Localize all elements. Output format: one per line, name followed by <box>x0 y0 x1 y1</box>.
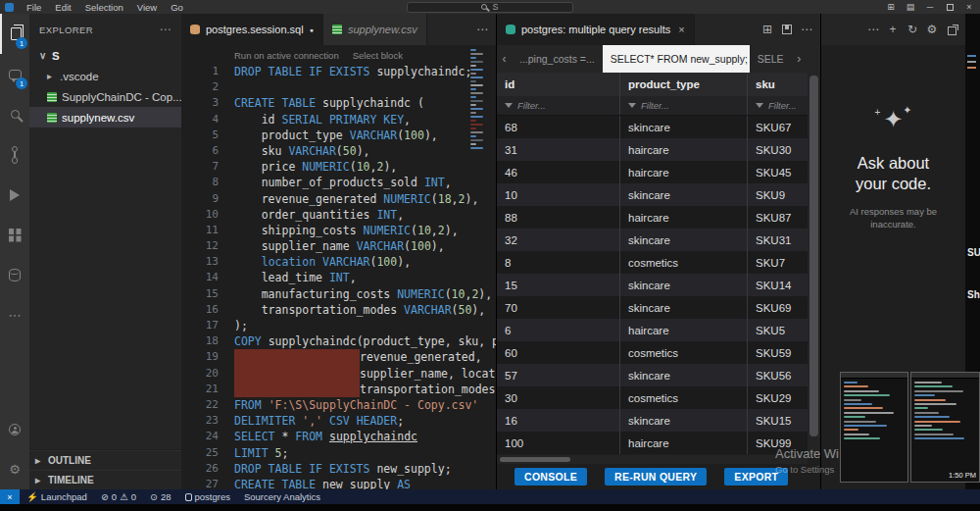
minimize-button[interactable]: ─ <box>921 2 939 12</box>
table-row[interactable]: 30cosmeticsSKU29 <box>497 386 808 409</box>
activity-extensions-icon[interactable] <box>0 215 29 255</box>
table-icon[interactable]: ⊞ <box>758 23 777 36</box>
query-tab-select-from-new-supply-[interactable]: SELECT* FROM new_supply; <box>603 45 750 73</box>
window-thumbnail[interactable] <box>840 372 908 483</box>
code-line-3: 3CREATE TABLE supplychaindc ( <box>185 95 496 111</box>
problems-status[interactable]: ⊘0 ⚠0 <box>94 491 143 502</box>
warning-icon: ⚠ <box>120 491 128 502</box>
select-block-link[interactable]: Select block <box>353 50 403 61</box>
activity-settings-icon[interactable]: ⚙ <box>0 449 29 489</box>
window-thumbnail[interactable]: 1:50 PM <box>910 372 980 483</box>
activity-search-icon[interactable] <box>0 94 29 134</box>
query-tab-sele[interactable]: SELE <box>750 45 792 73</box>
scroll-right-icon[interactable]: › <box>792 45 807 73</box>
sourcery-analytics[interactable]: Sourcery Analytics <box>237 491 327 502</box>
filter-input-id[interactable]: Filter... <box>497 96 620 115</box>
postgres-connection[interactable]: postgres <box>178 491 237 502</box>
code-line-12: 12 supplier_name VARCHAR(100), <box>185 238 496 254</box>
extensions-icon <box>9 229 15 234</box>
explorer-more-icon[interactable]: ⋯ <box>160 23 172 36</box>
query-tab-...ping-costs-...[interactable]: ...ping_costs =... <box>512 45 603 73</box>
tab-postgres.session.sql[interactable]: postgres.session.sql● <box>181 14 323 45</box>
table-row[interactable]: 46haircareSKU45 <box>497 161 808 183</box>
close-icon[interactable]: × <box>678 24 684 35</box>
activity-more-icon[interactable]: ⋯ <box>0 295 29 335</box>
results-buttons: CONSOLERE-RUN QUERYEXPORT <box>497 464 820 489</box>
table-row[interactable]: 31haircareSKU30 <box>497 138 808 161</box>
file-.vscode[interactable]: ▸.vscode <box>29 66 181 86</box>
save-icon[interactable] <box>777 25 797 34</box>
table-row[interactable]: 16skincareSKU15 <box>497 409 808 432</box>
line-number: 25 <box>185 445 219 461</box>
code-line-6: 6 sku VARCHAR(50), <box>185 143 496 159</box>
table-row[interactable]: 70skincareSKU69 <box>497 296 808 319</box>
column-header-product-type[interactable]: product_type <box>620 73 748 96</box>
section-outline[interactable]: ▸OUTLINE <box>29 450 181 470</box>
table-row[interactable]: 88haircareSKU87 <box>497 206 808 229</box>
line-number: 20 <box>185 366 219 382</box>
console-button[interactable]: CONSOLE <box>514 468 587 485</box>
section-timeline[interactable]: ▸TIMELINE <box>29 470 181 489</box>
layout-panel-icon[interactable]: ⊞ <box>882 2 900 12</box>
tree-root[interactable]: ∨S <box>29 45 181 66</box>
code-line-11: 11 shipping_costs NUMERIC(10,2), <box>185 223 496 238</box>
history-icon[interactable]: ↻ <box>903 23 922 36</box>
more-icon[interactable]: ⋯ <box>797 23 816 36</box>
table-row[interactable]: 68skincareSKU67 <box>497 116 808 138</box>
table-body: 68skincareSKU6731haircareSKU3046haircare… <box>497 116 808 454</box>
line-number: 18 <box>185 333 219 349</box>
launchpad-status[interactable]: ⚡ Launchpad <box>20 491 94 502</box>
activity-database-icon[interactable] <box>0 255 29 295</box>
activity-debug-icon[interactable] <box>0 175 29 215</box>
tab-supplynew.csv[interactable]: supplynew.csv <box>323 14 427 45</box>
filter-input-product-type[interactable]: Filter... <box>620 96 748 115</box>
run-on-connection-link[interactable]: Run on active connection <box>234 50 339 61</box>
activity-files-icon[interactable]: 1 <box>0 14 29 54</box>
more-icon[interactable]: ⋯ <box>863 23 883 36</box>
minimap[interactable] <box>470 49 494 151</box>
activity-bar-bottom: ⚙ <box>0 409 29 489</box>
column-header-sku[interactable]: sku <box>748 73 808 96</box>
menu-selection[interactable]: Selection <box>78 2 130 13</box>
table-row[interactable]: 60cosmeticsSKU59 <box>497 341 808 364</box>
filter-input-sku[interactable]: Filter... <box>748 96 808 115</box>
tab-query-results[interactable]: postgres: multiple query results × <box>497 14 695 45</box>
editor-more-icon[interactable]: ⋯ <box>472 23 492 36</box>
code-editor[interactable]: Run on active connection Select block 1D… <box>181 45 496 489</box>
activity-bar-top: 11⋯ <box>0 14 29 335</box>
open-editor-icon[interactable] <box>942 24 961 35</box>
activity-chat-icon[interactable]: 1 <box>0 54 29 94</box>
file-supplynew.csv[interactable]: supplynew.csv <box>29 107 181 128</box>
layout-sidebar-icon[interactable]: ▤ <box>902 2 919 12</box>
menu-edit[interactable]: Edit <box>48 2 77 13</box>
code-line-23: 23DELIMITER ',' CSV HEADER; <box>185 413 496 429</box>
table-row[interactable]: 32skincareSKU31 <box>497 229 808 251</box>
command-center[interactable]: S <box>407 2 573 13</box>
settings-icon[interactable]: ⚙ <box>922 23 942 36</box>
table-row[interactable]: 6haircareSKU5 <box>497 319 808 341</box>
table-row[interactable]: 100haircareSKU99 <box>497 432 808 454</box>
table-row[interactable]: 8cosmeticsSKU7 <box>497 251 808 274</box>
menu-go[interactable]: Go <box>164 2 190 13</box>
file-supplychaindc-cop...[interactable]: SupplyChainDC - Cop... <box>29 86 181 107</box>
menu-file[interactable]: File <box>20 2 48 13</box>
activity-account-icon[interactable] <box>0 409 29 449</box>
scroll-left-icon[interactable]: ‹ <box>497 45 512 73</box>
line-number: 7 <box>185 159 219 175</box>
maximize-button[interactable] <box>941 4 958 11</box>
close-button[interactable]: × <box>960 2 978 12</box>
remote-indicator[interactable]: × <box>0 489 20 504</box>
horizontal-scrollbar[interactable] <box>497 455 808 464</box>
re-run-query-button[interactable]: RE-RUN QUERY <box>605 468 707 485</box>
table-row[interactable]: 57skincareSKU56 <box>497 364 808 386</box>
table-row[interactable]: 10skincareSKU9 <box>497 183 808 206</box>
notification-count[interactable]: ⊙28 <box>143 491 178 502</box>
account-icon <box>9 424 21 435</box>
new-icon[interactable]: + <box>883 23 903 36</box>
table-row[interactable]: 15skincareSKU14 <box>497 274 808 296</box>
activity-git-icon[interactable] <box>0 134 29 175</box>
column-header-id[interactable]: id <box>497 73 620 96</box>
code-line-13: 13 location VARCHAR(100), <box>185 254 496 270</box>
menu-view[interactable]: View <box>130 2 164 13</box>
vertical-scrollbar[interactable] <box>808 73 820 454</box>
